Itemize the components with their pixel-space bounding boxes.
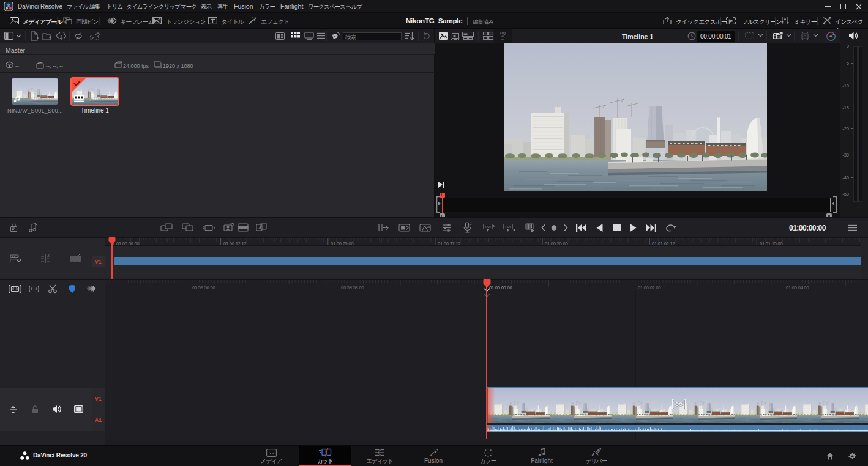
svg-text:POI: POI <box>506 225 511 229</box>
svg-text:POI: POI <box>485 225 491 229</box>
svg-text:25: 25 <box>427 225 430 229</box>
svg-text:HQ: HQ <box>777 35 781 39</box>
